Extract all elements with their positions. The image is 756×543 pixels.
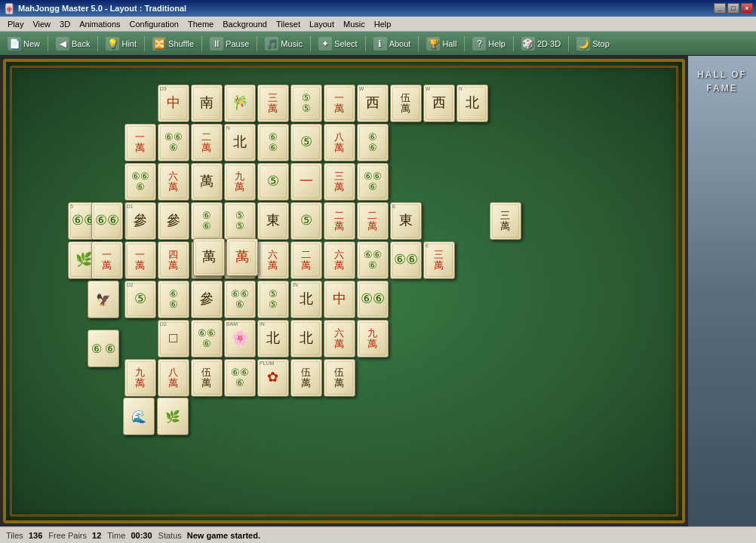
tile[interactable]: 三 萬 [257, 84, 289, 122]
minimize-button[interactable]: _ [714, 3, 726, 14]
tile[interactable]: 九 萬 [224, 163, 256, 201]
game-area[interactable]: D3中南🎋三 萬⑤ ⑤一 萬W西伍 萬W西N北一 萬⑥⑥ ⑥二 萬N北⑥ ⑥⑤八… [3, 59, 685, 523]
tile[interactable]: 🦅 [88, 281, 119, 318]
tile[interactable]: PLUM✿ [257, 359, 289, 397]
tile[interactable]: N北 [456, 84, 488, 122]
tile[interactable]: 🎋 [224, 84, 256, 122]
tile[interactable]: 伍 萬 [191, 359, 223, 397]
menu-play[interactable]: Play [3, 19, 28, 29]
tile[interactable]: 八 萬 [158, 359, 189, 397]
tile[interactable]: 🌿 [157, 397, 189, 435]
tile[interactable]: D1參 [124, 202, 156, 240]
tile[interactable]: 六 萬 [257, 241, 289, 279]
tile[interactable]: ⑤ ⑤ [224, 202, 256, 240]
tile[interactable]: 參 [158, 202, 189, 240]
tile[interactable]: IN北 [290, 281, 322, 318]
tile[interactable]: ⑥ ⑥ [191, 202, 223, 240]
about-button[interactable]: ℹ About [370, 35, 414, 52]
tile[interactable]: ⑥⑥ ⑥ [191, 320, 223, 357]
tile[interactable]: ⑥⑥ [357, 281, 389, 318]
tile[interactable]: 參 [191, 281, 223, 318]
tile[interactable]: D2⑤ [124, 281, 156, 318]
tile[interactable]: W西 [357, 84, 389, 122]
help-button[interactable]: ? Help [469, 35, 509, 52]
tile[interactable]: 南 [191, 84, 223, 122]
menu-help[interactable]: Help [370, 19, 396, 29]
tile[interactable]: 伍 萬 [290, 359, 322, 397]
tile[interactable]: ⑥⑥ ⑥ [158, 124, 189, 161]
shuffle-button[interactable]: 🔀 Shuffle [149, 35, 197, 52]
tile[interactable]: 六 萬 [324, 241, 355, 279]
tile[interactable]: 二 萬 [191, 124, 223, 161]
tile[interactable]: ⑥ ⑥ [357, 124, 389, 161]
tile[interactable]: ⑤ [290, 202, 322, 240]
tile[interactable]: N北 [224, 124, 256, 161]
tile[interactable]: D3中 [158, 84, 189, 122]
tile[interactable]: ⑥⑥ [91, 202, 123, 240]
tile[interactable]: ⑥ ⑥ [257, 124, 289, 161]
tile[interactable]: ⑤ [257, 163, 289, 201]
music-button[interactable]: 🎵 Music [262, 35, 306, 52]
tile[interactable]: D2□ [158, 320, 189, 357]
menu-3d[interactable]: 3D [55, 19, 75, 29]
tile[interactable]: 一 [290, 163, 322, 201]
tile[interactable]: E三 萬 [423, 241, 455, 279]
hall-button[interactable]: 🏆 Hall [423, 35, 459, 52]
tile[interactable]: 三 萬 [324, 163, 355, 201]
tile[interactable]: 九 萬 [357, 320, 389, 357]
tile[interactable]: 一 萬 [91, 241, 123, 279]
stop-button[interactable]: 🌙 Stop [573, 35, 613, 52]
tile[interactable]: 二 萬 [357, 202, 389, 240]
tile[interactable]: 伍 萬 [324, 359, 355, 397]
tile[interactable]: 三 萬 [490, 202, 521, 240]
tile[interactable]: E東 [390, 202, 422, 240]
tile[interactable]: ⑥ ⑥ [158, 281, 189, 318]
tile[interactable]: W西 [423, 84, 455, 122]
menu-background[interactable]: Background [218, 19, 272, 29]
window-controls[interactable]: _ □ × [714, 3, 753, 14]
tile[interactable]: ⑥⑥ ⑥ [357, 241, 389, 279]
menu-configuration[interactable]: Configuration [125, 19, 183, 29]
tile[interactable]: ⑥⑥ [390, 241, 422, 279]
back-button[interactable]: ◀ Back [53, 35, 93, 52]
tile[interactable]: ⑥ ⑥ [88, 330, 119, 367]
tile[interactable]: 一 萬 [124, 241, 156, 279]
menu-theme[interactable]: Theme [183, 19, 218, 29]
close-button[interactable]: × [741, 3, 753, 14]
menu-view[interactable]: View [28, 19, 55, 29]
tile[interactable]: ⑥⑥ ⑥ [357, 163, 389, 201]
select-button[interactable]: ✦ Select [315, 35, 361, 52]
tile[interactable]: 萬 [191, 163, 223, 201]
menu-layout[interactable]: Layout [305, 19, 339, 29]
tile[interactable]: 八 萬 [324, 124, 355, 161]
pause-button[interactable]: ⏸ Pause [207, 35, 252, 52]
tile[interactable]: IN北 [257, 320, 289, 357]
tile[interactable]: 一 萬 [124, 124, 156, 161]
tile[interactable]: ⑥⑥ ⑥ [224, 359, 256, 397]
tile[interactable]: 萬 [226, 238, 258, 276]
menu-tileset[interactable]: Tileset [272, 19, 305, 29]
tile[interactable]: 🌊 [123, 397, 155, 435]
tile[interactable]: 萬 [193, 238, 225, 276]
menu-music[interactable]: Music [339, 19, 370, 29]
tile[interactable]: ⑤ ⑤ [257, 281, 289, 318]
tile[interactable]: 六 萬 [324, 320, 355, 357]
tile[interactable]: 北 [290, 320, 322, 357]
tile[interactable]: 一 萬 [324, 84, 355, 122]
tile[interactable]: 四 萬 [158, 241, 189, 279]
tile[interactable]: BAM🌸 [224, 320, 256, 357]
tile[interactable]: 六 萬 [158, 163, 189, 201]
tile[interactable]: ⑤ ⑤ [290, 84, 322, 122]
tile[interactable]: 東 [257, 202, 289, 240]
new-button[interactable]: 📄 New [5, 35, 43, 52]
tile[interactable]: ⑥⑥ ⑥ [224, 281, 256, 318]
tile[interactable]: 伍 萬 [390, 84, 422, 122]
tile[interactable]: 中 [324, 281, 355, 318]
2d3d-button[interactable]: 🎲 2D·3D [518, 35, 564, 52]
menu-animations[interactable]: Animations [75, 19, 124, 29]
maximize-button[interactable]: □ [727, 3, 739, 14]
hint-button[interactable]: 💡 Hint [103, 35, 140, 52]
tile[interactable]: 九 萬 [124, 359, 156, 397]
tile[interactable]: ⑤ [290, 124, 322, 161]
tile[interactable]: 二 萬 [324, 202, 355, 240]
